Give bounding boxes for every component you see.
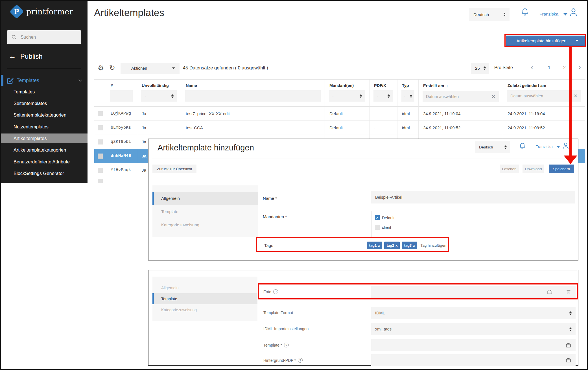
column-unvollstaendig[interactable]: Unvollständig - bbox=[137, 80, 181, 107]
dialog-language-select[interactable]: Deutsch bbox=[475, 141, 510, 153]
user-menu-caret-icon[interactable] bbox=[563, 13, 567, 16]
row-checkbox[interactable] bbox=[98, 154, 103, 159]
nav-item-allgemein[interactable]: Allgemein bbox=[152, 192, 258, 205]
mandant-filter[interactable]: - bbox=[329, 90, 365, 102]
notifications-bell-icon[interactable] bbox=[519, 142, 526, 151]
sidebar-search[interactable] bbox=[7, 30, 81, 44]
nav-item-allgemein[interactable]: Allgemein bbox=[152, 282, 257, 293]
add-artikeltemplate-button[interactable]: Artikeltemplate hinzufügen bbox=[506, 36, 585, 46]
user-avatar-icon[interactable] bbox=[569, 7, 578, 17]
sidebar-item-seitentemplatekategorien[interactable]: Seitentemplatekategorien bbox=[1, 110, 88, 120]
brand[interactable]: P printformer bbox=[12, 6, 73, 17]
nav-item-template[interactable]: Template bbox=[152, 205, 258, 218]
column-id[interactable]: # bbox=[106, 80, 137, 107]
unvollstaendig-filter[interactable]: - bbox=[141, 90, 177, 102]
page-number-1[interactable]: 1 bbox=[548, 65, 550, 70]
sidebar-item-artikeltemplates[interactable]: Artikeltemplates bbox=[1, 133, 88, 143]
clear-date-icon[interactable]: ✕ bbox=[491, 94, 495, 100]
sidebar-item-seitentemplates[interactable]: Seitentemplates bbox=[1, 99, 88, 108]
cell-modified: 24.9.2021, 11:19:04 bbox=[503, 107, 585, 121]
file-select-icon[interactable] bbox=[547, 289, 553, 295]
notifications-bell-icon[interactable] bbox=[521, 7, 529, 17]
column-erstellt-am[interactable]: Erstellt am↓ Datum auswählen ✕ bbox=[419, 80, 503, 107]
cell-id[interactable]: bLmbypKs bbox=[106, 121, 137, 135]
settings-gear-icon[interactable]: ⚙ bbox=[98, 64, 104, 71]
cell-name[interactable]: test-CCA bbox=[181, 121, 325, 135]
column-mandanten[interactable]: Mandant(en) - bbox=[325, 80, 370, 107]
remove-tag-icon[interactable]: x bbox=[395, 243, 397, 248]
user-name[interactable]: Franziska bbox=[539, 12, 558, 17]
template-file-input[interactable] bbox=[371, 339, 576, 351]
typ-filter[interactable]: - bbox=[401, 90, 414, 102]
row-checkbox[interactable] bbox=[98, 168, 103, 173]
cell-id[interactable]: YfHvPaqk bbox=[106, 163, 137, 177]
nav-item-kategoriezuweisung[interactable]: Kategoriezuweisung bbox=[152, 218, 258, 231]
erstellt-date-filter[interactable]: Datum auswählen ✕ bbox=[423, 91, 499, 102]
sidebar-item-blocksettings-generator[interactable]: BlockSettings Generator bbox=[1, 169, 88, 178]
hintergrund-pdf-input[interactable] bbox=[371, 354, 576, 366]
cell-id[interactable]: qzKT95bi bbox=[106, 135, 137, 149]
checkbox-checked[interactable]: ✓ bbox=[375, 215, 380, 220]
tag-pill[interactable]: tag2x bbox=[384, 242, 400, 249]
help-icon[interactable]: ? bbox=[298, 358, 303, 363]
column-name[interactable]: Name bbox=[181, 80, 325, 107]
row-checkbox[interactable] bbox=[98, 139, 103, 145]
cell-id[interactable]: dnhMxN4E bbox=[106, 149, 137, 163]
tag-pill[interactable]: tag3x bbox=[402, 242, 417, 249]
back-to-overview-button[interactable]: Zurück zur Übersicht bbox=[152, 165, 196, 173]
page-title: Artikeltemplates bbox=[94, 7, 164, 18]
clear-date-icon[interactable]: ✕ bbox=[574, 93, 578, 99]
pdfx-filter[interactable]: - bbox=[373, 90, 393, 102]
actions-dropdown[interactable]: Aktionen bbox=[121, 63, 180, 74]
template-format-select[interactable]: IDML bbox=[371, 307, 576, 319]
user-avatar-icon[interactable] bbox=[562, 142, 570, 150]
sidebar-item-nutzentemplates[interactable]: Nutzentemplates bbox=[1, 122, 88, 132]
help-icon[interactable]: ? bbox=[273, 289, 278, 294]
column-zuletzt-geaendert[interactable]: Zuletzt geändert am Datum auswählen ✕ bbox=[503, 80, 585, 107]
mandant-option-default[interactable]: ✓ Default bbox=[375, 215, 394, 220]
name-filter-input[interactable] bbox=[185, 90, 321, 102]
id-filter-input[interactable] bbox=[110, 90, 133, 102]
row-checkbox[interactable] bbox=[98, 179, 103, 183]
user-name[interactable]: Franziska bbox=[535, 145, 553, 149]
help-icon[interactable]: ? bbox=[284, 343, 289, 347]
download-button[interactable]: Download bbox=[523, 165, 544, 173]
cell-id[interactable]: EQjKAPWg bbox=[106, 107, 137, 121]
tag-pill[interactable]: tag1x bbox=[367, 242, 382, 249]
next-page-icon[interactable]: › bbox=[578, 64, 581, 71]
delete-button[interactable]: Löschen bbox=[500, 165, 519, 173]
remove-tag-icon[interactable]: x bbox=[413, 243, 415, 248]
back-to-publish[interactable]: ← Publish bbox=[9, 52, 43, 61]
column-pdfx[interactable]: PDF/X - bbox=[370, 80, 397, 107]
add-tag-button[interactable]: Tag hinzufügen bbox=[420, 243, 446, 248]
name-input[interactable]: Beispiel-Artikel bbox=[371, 191, 575, 203]
idml-import-select[interactable]: xml_tags bbox=[371, 323, 576, 335]
sidebar-item-templates[interactable]: Templates bbox=[1, 87, 88, 97]
chevron-down-icon[interactable] bbox=[77, 78, 83, 83]
file-select-icon[interactable] bbox=[565, 342, 572, 349]
prev-page-icon[interactable]: ‹ bbox=[531, 64, 533, 71]
mandant-option-client[interactable]: ✓ client bbox=[375, 225, 391, 230]
page-size-select[interactable]: 25 bbox=[471, 63, 489, 74]
checkbox-unchecked[interactable]: ✓ bbox=[375, 225, 380, 230]
save-button[interactable]: Speichern bbox=[549, 165, 574, 173]
refresh-icon[interactable]: ↻ bbox=[109, 64, 115, 71]
file-select-icon[interactable] bbox=[565, 357, 572, 364]
row-checkbox[interactable] bbox=[98, 125, 103, 130]
search-input[interactable] bbox=[20, 34, 71, 40]
remove-tag-icon[interactable]: x bbox=[378, 243, 380, 248]
nav-item-kategoriezuweisung[interactable]: Kategoriezuweisung bbox=[152, 304, 257, 315]
page-number-2[interactable]: 2 bbox=[563, 65, 566, 70]
sidebar-item-benutzerdefinierte-attribute[interactable]: Benutzerdefinierte Attribute bbox=[1, 157, 88, 167]
language-select[interactable]: Deutsch bbox=[469, 8, 510, 21]
foto-file-input[interactable] bbox=[371, 286, 576, 298]
cell-name[interactable]: test7_price_XX-XX-edit bbox=[181, 107, 325, 121]
nav-item-template[interactable]: Template bbox=[152, 293, 257, 304]
sidebar-item-artikeltemplatekategorien[interactable]: Artikeltemplatekategorien bbox=[1, 145, 88, 155]
trash-icon[interactable] bbox=[565, 289, 572, 295]
sidebar-section-templates[interactable]: Templates bbox=[1, 75, 88, 86]
column-typ[interactable]: Typ - bbox=[397, 80, 419, 107]
row-checkbox[interactable] bbox=[98, 111, 103, 116]
sort-descending-icon[interactable]: ↓ bbox=[446, 83, 448, 88]
user-menu-caret-icon[interactable] bbox=[557, 146, 560, 148]
